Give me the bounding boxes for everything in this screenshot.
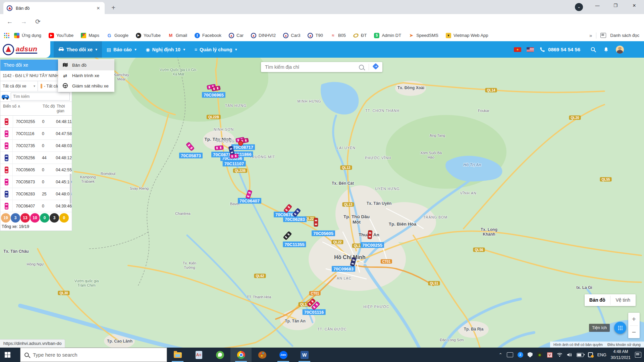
map-search-input[interactable] [261,64,359,70]
bell-icon[interactable] [603,47,609,53]
reading-list-icon[interactable] [600,33,606,38]
window-close-button[interactable]: ✕ [627,0,642,11]
zalo-tray-icon[interactable]: Z [518,352,523,358]
column-plate[interactable]: Biển số ∧ [0,102,43,115]
status-count-badge[interactable]: 3 [11,213,20,223]
column-speed[interactable]: Tốc độ [43,102,57,115]
browser-extra-button[interactable]: ⌄ [575,3,583,11]
apps-grid-icon[interactable] [4,33,9,38]
zoom-out-button[interactable]: − [628,326,640,339]
bookmark-item[interactable]: fFacebook [195,33,221,38]
vehicle-marker-label[interactable]: 70C11107 [223,161,246,167]
directions-button[interactable] [369,64,382,70]
status-count-badge[interactable]: 13 [20,213,30,223]
bookmark-item[interactable]: ➤SpeedSMS [409,33,438,38]
vehicle-marker-label[interactable]: 70C01116 [303,309,326,315]
zoom-in-button[interactable]: + [628,313,640,325]
new-tab-button[interactable]: + [109,3,118,13]
bookmarks-overflow-chevron[interactable]: » [589,33,592,38]
map-type-map-button[interactable]: Bản đồ [585,294,610,306]
rotation-lock-icon[interactable] [588,352,593,357]
nvidia-icon[interactable]: ◉ [537,352,543,357]
reading-list-label[interactable]: Danh sách đọc [610,33,639,38]
taskbar-search[interactable]: Type here to search [20,348,167,362]
table-row[interactable]: 70C02735004:48:03 [0,140,72,152]
vehicle-car-icon[interactable] [314,218,318,227]
language-indicator[interactable]: ENG [597,353,606,357]
clock[interactable]: 4:48 AM 30/11/2021 [611,349,631,361]
bookmark-item[interactable]: SAdmin DT [374,33,401,38]
bookmark-item[interactable]: ≈B05 [330,33,346,38]
taskbar-app-coccoc-browser[interactable] [209,348,230,362]
table-scrollbar[interactable] [70,174,71,204]
vehicle-marker-label[interactable]: 70C08717 [231,144,255,150]
vehicle-marker-label[interactable]: 70C09683 [332,266,355,272]
action-center-icon[interactable] [635,352,641,358]
bookmark-item[interactable]: ĐT [353,33,367,38]
search-icon[interactable] [590,47,596,53]
utilities-button[interactable]: Tiện ích [589,324,610,332]
status-count-badge[interactable]: 19 [1,213,10,223]
bookmark-item[interactable]: MGmail [168,33,187,38]
table-row[interactable]: 70C05873004:45:10 [0,176,72,188]
vehicle-marker-label[interactable]: 70C05605 [312,231,335,236]
logo-panel[interactable]: adsun [0,41,50,58]
status-count-badge[interactable]: 0 [40,213,49,223]
vehicle-car-icon[interactable] [229,154,238,159]
taskbar-app-file-explorer[interactable] [167,348,188,362]
map-search-box[interactable] [261,62,382,72]
cast-icon[interactable] [507,352,513,357]
menu-item-hành-trình-xe[interactable]: ⇄Hành trình xe [58,70,114,81]
bookmark-item[interactable]: ▲T90 [308,33,323,38]
bookmark-item[interactable]: ▲DINHVI2 [251,33,276,38]
bookmark-item[interactable]: ▼Vietmap Web App [446,33,488,38]
table-row[interactable]: 70C01116004:47:58 [0,128,72,140]
table-row[interactable]: 70C05605004:42:55 [0,164,72,176]
hidden-icons-chevron[interactable]: ⌃ [499,352,502,357]
attribution-terms-link[interactable]: Điều khoản sử dụng [607,343,641,347]
table-row[interactable]: 70C052564404:48:12 [0,152,72,164]
vehicle-marker-label[interactable]: 70C00255 [361,242,384,248]
nav-item-nghị-định-10[interactable]: ◉Nghị định 10▾ [141,41,190,58]
taskbar-app-adoc-app[interactable]: A≡ [188,348,209,362]
vehicle-car-icon[interactable] [367,230,372,239]
bookmark-item[interactable]: ▲Car3 [283,33,300,38]
wifi-icon[interactable] [557,353,562,357]
bookmark-item[interactable]: GGoogle [107,33,128,38]
vehicle-marker-label[interactable]: 70C06407 [238,198,261,204]
taskbar-app-word[interactable]: W [294,348,315,362]
column-time[interactable]: Thời gian [57,102,72,115]
bookmark-item[interactable]: Maps [81,33,99,38]
nav-item-báo-cáo[interactable]: ▤Báo cáo▾ [102,41,141,58]
vietnam-flag-icon[interactable]: ★ [514,47,521,52]
v-app-icon[interactable]: V [547,352,552,358]
bookmark-item[interactable]: Ứng dụng [14,33,41,38]
bookmark-item[interactable]: ▶YouTube [49,33,73,38]
vehicle-marker-label[interactable]: 70C06283 [283,217,307,222]
battery-icon[interactable] [577,353,584,357]
menu-item-giám-sát-nhiều-xe[interactable]: Giám sát nhiều xe [58,81,114,91]
start-button[interactable] [5,352,10,358]
status-count-badge[interactable]: 10 [30,213,40,223]
back-button[interactable]: ← [5,17,15,27]
menu-item-bản-đồ[interactable]: Bản đồ [58,60,114,70]
table-row[interactable]: 70C06407004:39:46 [0,200,72,212]
table-row[interactable]: 70C062832504:48:08 [0,188,72,200]
taskbar-app-paint[interactable] [252,348,273,362]
tab-close-icon[interactable]: ✕ [95,6,101,11]
map-type-satellite-button[interactable]: Vệ tinh [610,294,636,306]
status-count-badge[interactable]: 3 [50,213,59,223]
us-flag-icon[interactable] [527,47,534,52]
vehicle-marker-label[interactable]: 70C05873 [179,153,203,159]
reload-button[interactable]: ⟳ [33,17,43,27]
table-row[interactable]: 70C00255004:48:11 [0,116,72,128]
search-icon[interactable] [359,65,364,70]
taskbar-app-zalo[interactable]: Zalo [273,348,294,362]
layers-fab-button[interactable] [614,322,626,334]
nav-item-theo-dõi-xe[interactable]: Theo dõi xe▾ [54,41,102,58]
window-maximize-button[interactable]: ❐ [608,0,623,11]
vehicle-marker-label[interactable]: 70C11355 [283,242,306,247]
bookmark-item[interactable]: ▲Car [229,33,244,38]
browser-tab[interactable]: Bản đồ ✕ [3,2,105,14]
vehicle-car-icon[interactable] [214,145,223,150]
